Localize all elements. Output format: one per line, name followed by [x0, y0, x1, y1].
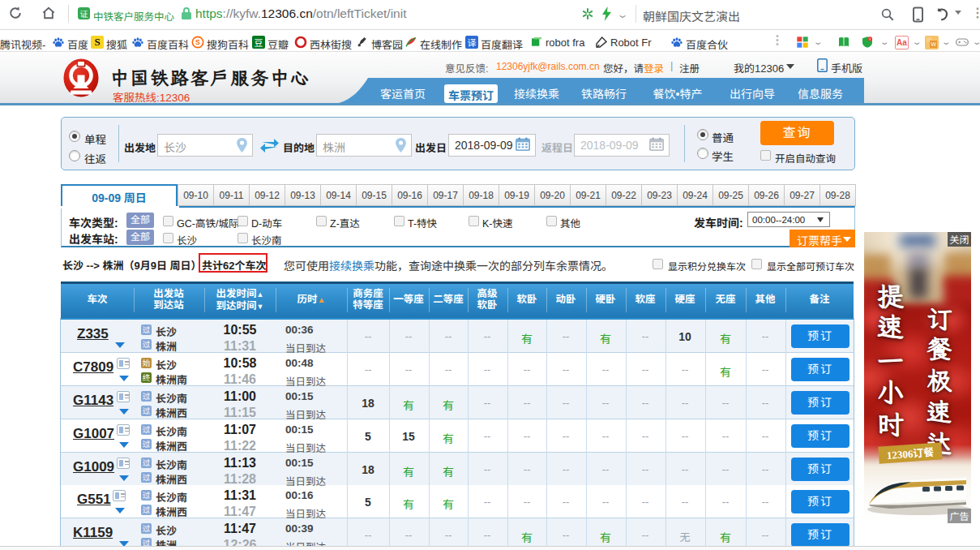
svg-text:S: S [195, 38, 200, 46]
